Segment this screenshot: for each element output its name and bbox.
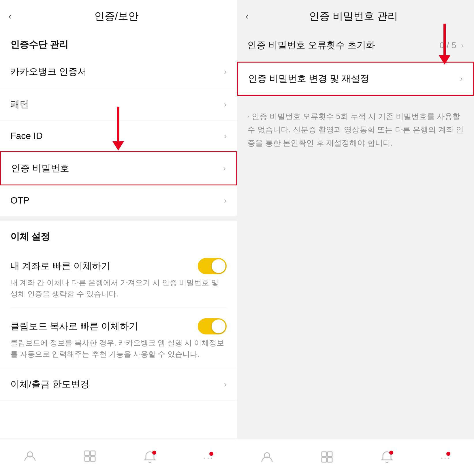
nav-more[interactable]: ···	[204, 452, 213, 463]
toggle-row-clipboard: 클립보드 복사로 빠른 이체하기	[0, 308, 237, 337]
svg-rect-4	[91, 457, 95, 461]
change-item-text: 인증 비밀번호 변경 및 재설정	[248, 72, 369, 85]
right-bottom-nav: ···	[237, 439, 474, 476]
more-dot	[209, 452, 213, 456]
svg-rect-6	[322, 452, 326, 456]
notification-dot-right	[389, 451, 393, 455]
toggle-knob	[212, 259, 225, 273]
left-header: ‹ 인증/보안	[0, 0, 237, 29]
toggle-myaccount-desc: 내 계좌 간 이체나 다른 은행에서 가져오기 시 인증 비밀번호 및 생체 인…	[0, 277, 237, 308]
menu-item-transfer-limit-text: 이체/출금 한도변경	[10, 378, 89, 391]
svg-rect-3	[85, 457, 89, 461]
more-dot-right	[446, 452, 450, 456]
chevron-icon: ›	[224, 67, 227, 76]
svg-rect-7	[328, 452, 332, 456]
info-text: · 인증 비밀번호 오류횟수 5회 누적 시 기존 비밀번호를 사용할 수 없습…	[247, 112, 464, 147]
right-back-button[interactable]: ‹	[246, 12, 248, 20]
svg-rect-9	[328, 458, 332, 462]
profile-icon	[24, 450, 36, 465]
nav-home-right[interactable]	[321, 451, 333, 464]
chevron-icon: ›	[224, 380, 227, 389]
change-item[interactable]: 인증 비밀번호 변경 및 재설정 ›	[237, 62, 474, 96]
nav-notifications-right[interactable]	[381, 451, 393, 464]
chevron-icon: ›	[224, 100, 227, 109]
toggle-row-myaccount: 내 계좌로 빠른 이체하기	[0, 248, 237, 277]
left-bottom-nav: ···	[0, 439, 237, 476]
nav-profile[interactable]	[24, 450, 36, 465]
menu-item-otp[interactable]: OTP ›	[0, 185, 237, 216]
left-section2-label: 이체 설정	[0, 221, 237, 248]
red-arrow-left	[112, 107, 124, 150]
menu-item-transfer-limit[interactable]: 이체/출금 한도변경 ›	[0, 368, 237, 401]
toggle-clipboard-label: 클립보드 복사로 빠른 이체하기	[10, 320, 138, 333]
reset-item-text: 인증 비밀번호 오류횟수 초기화	[247, 39, 375, 52]
svg-rect-2	[91, 451, 95, 456]
right-panel: ‹ 인증 비밀번호 관리 인증 비밀번호 오류횟수 초기화 0 / 5 › 인증…	[237, 0, 474, 476]
toggle-knob-clipboard	[212, 319, 225, 333]
chevron-icon: ›	[224, 196, 227, 205]
home-icon	[84, 450, 96, 465]
nav-home[interactable]	[84, 450, 96, 465]
menu-item-auth-pw[interactable]: 인증 비밀번호 ›	[0, 151, 237, 185]
home-icon-right	[321, 451, 333, 464]
right-highlight-wrapper: 인증 비밀번호 변경 및 재설정 ›	[237, 62, 474, 96]
nav-notifications[interactable]	[144, 451, 156, 464]
left-header-title: 인증/보안	[16, 9, 217, 23]
right-header: ‹ 인증 비밀번호 관리	[237, 0, 474, 29]
transfer-section: 내 계좌로 빠른 이체하기 내 계좌 간 이체나 다른 은행에서 가져오기 시 …	[0, 248, 237, 368]
notification-dot	[152, 451, 156, 455]
toggle-clipboard-desc: 클립보드에 정보를 복사한 경우, 카카오뱅크 앱 실행 시 이체정보를 자동으…	[0, 337, 237, 368]
chevron-icon: ›	[223, 164, 226, 173]
menu-item-otp-text: OTP	[10, 195, 29, 206]
svg-rect-1	[85, 451, 89, 456]
info-box: · 인증 비밀번호 오류횟수 5회 누적 시 기존 비밀번호를 사용할 수 없습…	[237, 99, 474, 161]
menu-item-kakao-cert[interactable]: 카카오뱅크 인증서 ›	[0, 56, 237, 88]
left-section1-label: 인증수단 관리	[0, 29, 237, 56]
right-header-title: 인증 비밀번호 관리	[253, 9, 454, 23]
menu-item-kakao-cert-text: 카카오뱅크 인증서	[10, 65, 87, 78]
right-reset-row: 인증 비밀번호 오류횟수 초기화 0 / 5 ›	[237, 29, 474, 62]
chevron-icon: ›	[460, 74, 463, 83]
chevron-icon: ›	[461, 41, 464, 50]
menu-item-faceid-text: Face ID	[10, 131, 43, 141]
toggle-myaccount-label: 내 계좌로 빠른 이체하기	[10, 260, 110, 272]
section-divider	[0, 216, 237, 221]
red-arrow-right	[439, 24, 450, 65]
menu-item-auth-pw-text: 인증 비밀번호	[11, 162, 69, 175]
toggle-myaccount[interactable]	[198, 258, 227, 274]
profile-icon-right	[261, 451, 273, 464]
chevron-icon: ›	[224, 131, 227, 141]
nav-more-right[interactable]: ···	[441, 452, 450, 463]
svg-rect-8	[322, 458, 326, 462]
reset-item[interactable]: 인증 비밀번호 오류횟수 초기화 0 / 5 ›	[237, 29, 474, 62]
toggle-clipboard[interactable]	[198, 318, 227, 334]
nav-profile-right[interactable]	[261, 451, 273, 464]
left-panel: ‹ 인증/보안 인증수단 관리 카카오뱅크 인증서 › 패턴 › Face ID…	[0, 0, 237, 476]
left-back-button[interactable]: ‹	[9, 12, 11, 20]
menu-item-pattern-text: 패턴	[10, 98, 29, 111]
